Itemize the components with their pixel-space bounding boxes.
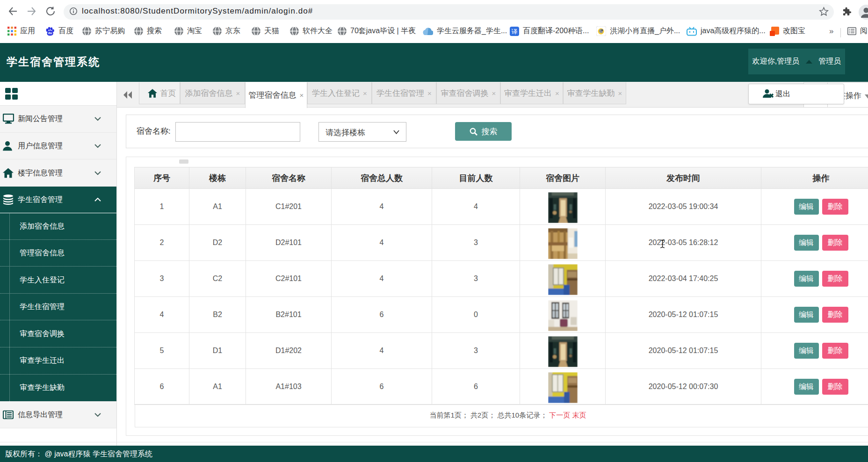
svg-text:du: du [48, 31, 52, 35]
svg-text:译: 译 [512, 28, 518, 35]
